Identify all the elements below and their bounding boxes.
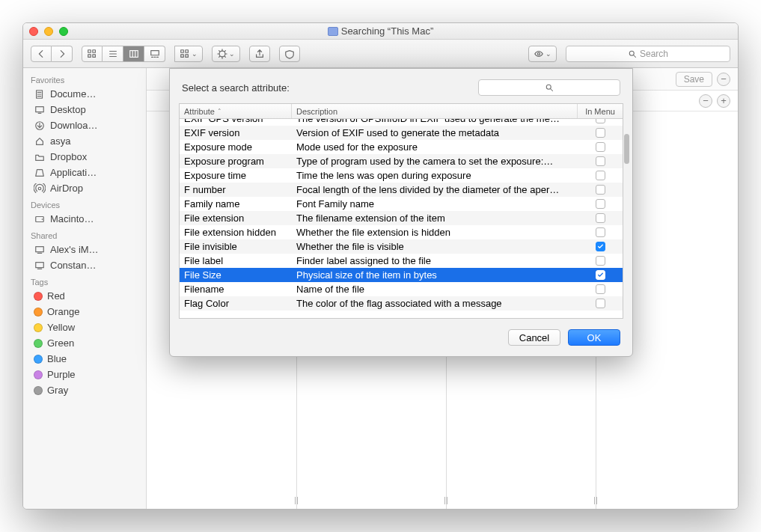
in-menu-checkbox[interactable] bbox=[596, 256, 605, 266]
sidebar-item[interactable]: Purple bbox=[23, 367, 146, 382]
sidebar-item[interactable]: AirDrop bbox=[23, 180, 146, 196]
table-row[interactable]: File SizePhysical size of the item in by… bbox=[180, 268, 623, 282]
table-row[interactable]: EXIF GPS versionThe version of GPSInfoID… bbox=[180, 119, 623, 126]
cell-description: Whether the file is visible bbox=[292, 241, 578, 252]
svg-rect-3 bbox=[93, 54, 96, 57]
cell-description: The filename extension of the item bbox=[292, 213, 578, 224]
column-resize-handle[interactable] bbox=[294, 497, 299, 504]
sidebar-item[interactable]: Macinto… bbox=[23, 211, 146, 227]
view-list[interactable] bbox=[103, 46, 123, 62]
document-icon bbox=[34, 89, 46, 100]
sheet-header: Select a search attribute: bbox=[170, 69, 632, 103]
sidebar-item[interactable]: Applicati… bbox=[23, 165, 146, 180]
table-row[interactable]: Exposure modeMode used for the exposure bbox=[180, 140, 623, 154]
cell-in-menu bbox=[578, 119, 623, 123]
sidebar-item[interactable]: Desktop bbox=[23, 102, 146, 117]
table-row[interactable]: Exposure timeTime the lens was open duri… bbox=[180, 168, 623, 183]
in-menu-checkbox[interactable] bbox=[596, 171, 605, 180]
back-button[interactable] bbox=[31, 46, 52, 62]
sidebar-item[interactable]: Blue bbox=[23, 351, 146, 367]
sidebar-item[interactable]: Orange bbox=[23, 304, 146, 319]
sidebar-item[interactable]: Red bbox=[23, 288, 146, 304]
cell-in-menu bbox=[578, 213, 623, 223]
monitor-icon bbox=[34, 260, 46, 271]
quicklook-button[interactable]: ⌄ bbox=[528, 46, 557, 62]
save-search-button[interactable]: Save bbox=[676, 72, 712, 87]
table-row[interactable]: EXIF versionVersion of EXIF used to gene… bbox=[180, 126, 623, 140]
sidebar-item-label: Red bbox=[47, 290, 65, 302]
in-menu-checkbox[interactable] bbox=[596, 119, 605, 123]
in-menu-checkbox[interactable] bbox=[596, 242, 605, 251]
in-menu-checkbox[interactable] bbox=[596, 199, 605, 209]
table-row[interactable]: File extension hiddenWhether the file ex… bbox=[180, 225, 623, 239]
table-row[interactable]: File extensionThe filename extension of … bbox=[180, 211, 623, 225]
view-icon[interactable] bbox=[82, 46, 103, 62]
in-menu-checkbox[interactable] bbox=[596, 213, 605, 223]
sidebar-item[interactable]: asya bbox=[23, 133, 146, 149]
in-menu-checkbox[interactable] bbox=[596, 299, 605, 308]
view-columns[interactable] bbox=[123, 46, 144, 62]
sidebar-item[interactable]: Dropbox bbox=[23, 149, 146, 165]
table-row[interactable]: F numberFocal length of the lens divided… bbox=[180, 183, 623, 197]
remove-scope-button[interactable]: − bbox=[717, 73, 730, 86]
tag-dot-icon bbox=[34, 355, 43, 364]
sidebar-item[interactable]: Docume… bbox=[23, 86, 146, 102]
sidebar-item[interactable]: Yellow bbox=[23, 319, 146, 335]
sidebar-item[interactable]: Alex's iM… bbox=[23, 242, 146, 257]
sidebar-item[interactable]: Downloa… bbox=[23, 117, 146, 133]
sidebar-item-label: Desktop bbox=[50, 104, 86, 115]
column-resize-handle[interactable] bbox=[444, 497, 448, 504]
sidebar[interactable]: FavoritesDocume…DesktopDownloa…asyaDropb… bbox=[23, 68, 147, 509]
sidebar-item-label: Orange bbox=[47, 306, 79, 317]
table-row[interactable]: File invisibleWhether the file is visibl… bbox=[180, 239, 623, 254]
sidebar-item[interactable]: Green bbox=[23, 335, 146, 351]
in-menu-checkbox[interactable] bbox=[596, 270, 605, 280]
sidebar-item[interactable]: Gray bbox=[23, 382, 146, 398]
sidebar-item-label: Blue bbox=[47, 353, 67, 364]
table-row[interactable]: File labelFinder label assigned to the f… bbox=[180, 254, 623, 268]
arrange-button[interactable]: ⌄ bbox=[174, 46, 203, 62]
view-gallery[interactable] bbox=[144, 46, 165, 62]
cell-in-menu bbox=[578, 142, 623, 152]
svg-rect-9 bbox=[186, 54, 189, 57]
in-menu-checkbox[interactable] bbox=[596, 185, 605, 195]
action-button[interactable]: ⌄ bbox=[212, 46, 240, 62]
table-row[interactable]: Flag ColorThe color of the flag associat… bbox=[180, 296, 623, 311]
toolbar-search[interactable]: Search bbox=[566, 46, 730, 62]
col-attribute[interactable]: Attribute˄ bbox=[180, 104, 292, 118]
table-row[interactable]: FilenameName of the file bbox=[180, 282, 623, 296]
attribute-table: Attribute˄ Description In Menu EXIF GPS … bbox=[179, 103, 623, 319]
svg-rect-8 bbox=[181, 54, 184, 57]
share-button[interactable] bbox=[249, 46, 270, 62]
tag-dot-icon bbox=[34, 323, 43, 332]
sidebar-section-header: Shared bbox=[23, 227, 146, 242]
table-body[interactable]: EXIF GPS versionThe version of GPSInfoID… bbox=[180, 119, 623, 318]
col-in-menu[interactable]: In Menu bbox=[578, 104, 623, 118]
in-menu-checkbox[interactable] bbox=[596, 142, 605, 152]
table-row[interactable]: Exposure programType of program used by … bbox=[180, 154, 623, 168]
cell-in-menu bbox=[578, 227, 623, 237]
remove-criteria-button[interactable]: − bbox=[699, 94, 712, 108]
sidebar-item[interactable]: Constan… bbox=[23, 257, 146, 273]
scrollbar-thumb[interactable] bbox=[624, 134, 629, 164]
sheet-search-field[interactable] bbox=[478, 79, 620, 96]
ok-button[interactable]: OK bbox=[568, 329, 620, 346]
column-resize-handle[interactable] bbox=[593, 497, 598, 504]
table-row[interactable]: Family nameFont Family name bbox=[180, 197, 623, 211]
forward-button[interactable] bbox=[52, 46, 73, 62]
add-criteria-button[interactable]: + bbox=[717, 94, 730, 108]
col-description[interactable]: Description bbox=[292, 104, 578, 118]
cell-in-menu bbox=[578, 185, 623, 195]
in-menu-checkbox[interactable] bbox=[596, 227, 605, 237]
tag-dot-icon bbox=[34, 292, 43, 301]
cell-in-menu bbox=[578, 299, 623, 308]
in-menu-checkbox[interactable] bbox=[596, 156, 605, 166]
cancel-button[interactable]: Cancel bbox=[508, 329, 560, 346]
sidebar-item-label: AirDrop bbox=[50, 183, 83, 194]
finder-window: Searching “This Mac” ⌄ ⌄ ⌄ Search Favori… bbox=[22, 22, 739, 510]
in-menu-checkbox[interactable] bbox=[596, 284, 605, 294]
svg-rect-0 bbox=[88, 49, 91, 52]
sheet-footer: Cancel OK bbox=[170, 319, 632, 356]
tags-button[interactable] bbox=[279, 46, 300, 62]
in-menu-checkbox[interactable] bbox=[596, 128, 605, 138]
